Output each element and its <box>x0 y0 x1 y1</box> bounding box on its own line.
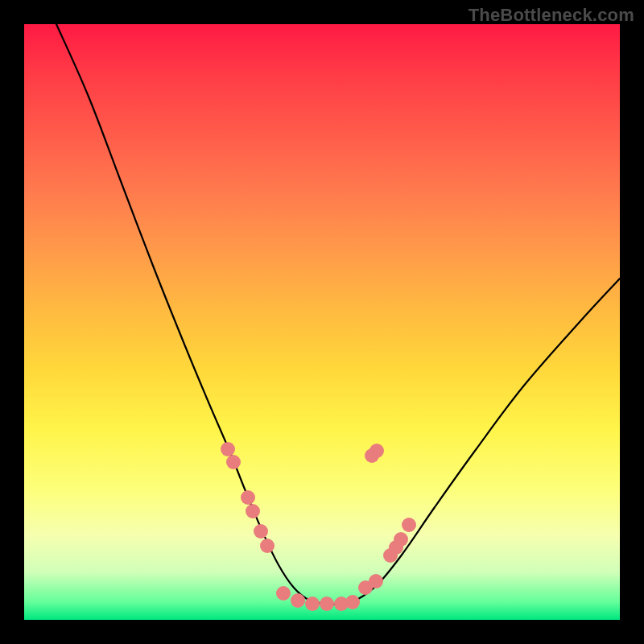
data-marker <box>369 444 384 458</box>
data-marker <box>226 455 241 469</box>
data-marker <box>305 597 320 611</box>
data-marker <box>394 532 408 547</box>
marker-group <box>221 442 416 611</box>
data-marker <box>221 442 235 456</box>
data-marker <box>291 593 305 608</box>
data-marker <box>402 518 416 532</box>
data-marker <box>246 504 260 518</box>
data-marker <box>369 574 383 588</box>
data-marker <box>254 524 268 539</box>
data-marker <box>260 539 275 553</box>
watermark-text: TheBottleneck.com <box>469 5 634 26</box>
data-marker <box>320 597 334 611</box>
bottleneck-curve <box>56 24 620 605</box>
chart-overlay <box>24 24 620 620</box>
data-marker <box>241 490 255 505</box>
data-marker <box>345 595 360 609</box>
data-marker <box>276 586 291 601</box>
